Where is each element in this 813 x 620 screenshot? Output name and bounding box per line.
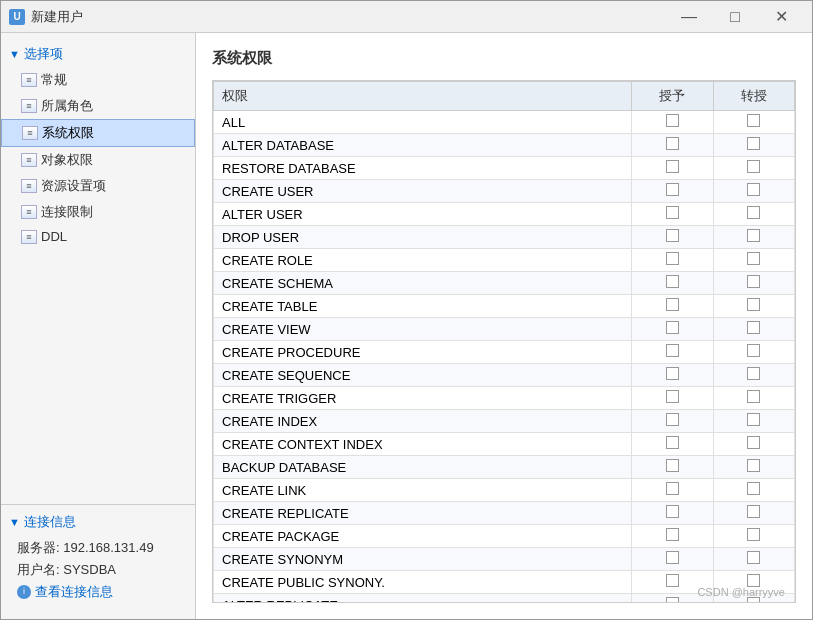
- table-row[interactable]: ALL: [214, 111, 795, 134]
- transfer-checkbox-cell[interactable]: [713, 548, 794, 571]
- grant-checkbox-cell[interactable]: [632, 272, 713, 295]
- grant-checkbox-cell[interactable]: [632, 548, 713, 571]
- transfer-checkbox[interactable]: [747, 367, 760, 380]
- grant-checkbox-cell[interactable]: [632, 387, 713, 410]
- grant-checkbox-cell[interactable]: [632, 226, 713, 249]
- transfer-checkbox[interactable]: [747, 137, 760, 150]
- transfer-checkbox-cell[interactable]: [713, 180, 794, 203]
- grant-checkbox[interactable]: [666, 183, 679, 196]
- transfer-checkbox-cell[interactable]: [713, 479, 794, 502]
- grant-checkbox[interactable]: [666, 229, 679, 242]
- transfer-checkbox[interactable]: [747, 275, 760, 288]
- table-row[interactable]: BACKUP DATABASE: [214, 456, 795, 479]
- table-row[interactable]: CREATE ROLE: [214, 249, 795, 272]
- grant-checkbox-cell[interactable]: [632, 134, 713, 157]
- grant-checkbox[interactable]: [666, 413, 679, 426]
- grant-checkbox[interactable]: [666, 298, 679, 311]
- grant-checkbox[interactable]: [666, 344, 679, 357]
- grant-checkbox-cell[interactable]: [632, 433, 713, 456]
- grant-checkbox[interactable]: [666, 252, 679, 265]
- sidebar-item-resource[interactable]: ≡资源设置项: [1, 173, 195, 199]
- grant-checkbox[interactable]: [666, 551, 679, 564]
- grant-checkbox-cell[interactable]: [632, 594, 713, 604]
- transfer-checkbox-cell[interactable]: [713, 249, 794, 272]
- transfer-checkbox[interactable]: [747, 206, 760, 219]
- transfer-checkbox[interactable]: [747, 344, 760, 357]
- connection-header[interactable]: ▼ 连接信息: [9, 513, 187, 531]
- table-row[interactable]: DROP USER: [214, 226, 795, 249]
- transfer-checkbox[interactable]: [747, 390, 760, 403]
- table-row[interactable]: CREATE USER: [214, 180, 795, 203]
- transfer-checkbox-cell[interactable]: [713, 111, 794, 134]
- grant-checkbox[interactable]: [666, 114, 679, 127]
- sidebar-item-obj_priv[interactable]: ≡对象权限: [1, 147, 195, 173]
- select-section-header[interactable]: ▼ 选择项: [1, 41, 195, 67]
- privileges-table-container[interactable]: 权限 授予 转授 ALLALTER DATABASERESTORE DATABA…: [212, 80, 796, 603]
- grant-checkbox-cell[interactable]: [632, 525, 713, 548]
- transfer-checkbox-cell[interactable]: [713, 203, 794, 226]
- transfer-checkbox[interactable]: [747, 252, 760, 265]
- transfer-checkbox-cell[interactable]: [713, 387, 794, 410]
- grant-checkbox[interactable]: [666, 321, 679, 334]
- transfer-checkbox[interactable]: [747, 183, 760, 196]
- transfer-checkbox-cell[interactable]: [713, 433, 794, 456]
- transfer-checkbox-cell[interactable]: [713, 272, 794, 295]
- grant-checkbox[interactable]: [666, 459, 679, 472]
- grant-checkbox-cell[interactable]: [632, 364, 713, 387]
- transfer-checkbox[interactable]: [747, 528, 760, 541]
- transfer-checkbox-cell[interactable]: [713, 456, 794, 479]
- grant-checkbox-cell[interactable]: [632, 502, 713, 525]
- grant-checkbox-cell[interactable]: [632, 341, 713, 364]
- table-row[interactable]: CREATE CONTEXT INDEX: [214, 433, 795, 456]
- table-row[interactable]: CREATE TABLE: [214, 295, 795, 318]
- grant-checkbox[interactable]: [666, 206, 679, 219]
- transfer-checkbox[interactable]: [747, 574, 760, 587]
- table-row[interactable]: ALTER DATABASE: [214, 134, 795, 157]
- table-row[interactable]: CREATE PROCEDURE: [214, 341, 795, 364]
- grant-checkbox[interactable]: [666, 482, 679, 495]
- grant-checkbox[interactable]: [666, 160, 679, 173]
- transfer-checkbox[interactable]: [747, 459, 760, 472]
- grant-checkbox[interactable]: [666, 436, 679, 449]
- sidebar-item-roles[interactable]: ≡所属角色: [1, 93, 195, 119]
- transfer-checkbox-cell[interactable]: [713, 157, 794, 180]
- transfer-checkbox[interactable]: [747, 298, 760, 311]
- transfer-checkbox[interactable]: [747, 505, 760, 518]
- transfer-checkbox[interactable]: [747, 114, 760, 127]
- table-row[interactable]: ALTER USER: [214, 203, 795, 226]
- transfer-checkbox[interactable]: [747, 436, 760, 449]
- table-row[interactable]: RESTORE DATABASE: [214, 157, 795, 180]
- table-row[interactable]: CREATE INDEX: [214, 410, 795, 433]
- grant-checkbox-cell[interactable]: [632, 249, 713, 272]
- table-row[interactable]: CREATE REPLICATE: [214, 502, 795, 525]
- grant-checkbox[interactable]: [666, 505, 679, 518]
- grant-checkbox-cell[interactable]: [632, 180, 713, 203]
- table-row[interactable]: CREATE LINK: [214, 479, 795, 502]
- grant-checkbox-cell[interactable]: [632, 479, 713, 502]
- grant-checkbox-cell[interactable]: [632, 157, 713, 180]
- transfer-checkbox-cell[interactable]: [713, 525, 794, 548]
- transfer-checkbox[interactable]: [747, 413, 760, 426]
- grant-checkbox[interactable]: [666, 367, 679, 380]
- transfer-checkbox[interactable]: [747, 160, 760, 173]
- transfer-checkbox-cell[interactable]: [713, 571, 794, 594]
- table-row[interactable]: ALTER REPLICATE: [214, 594, 795, 604]
- sidebar-item-ddl[interactable]: ≡DDL: [1, 225, 195, 248]
- grant-checkbox-cell[interactable]: [632, 571, 713, 594]
- table-row[interactable]: CREATE VIEW: [214, 318, 795, 341]
- close-button[interactable]: ✕: [758, 1, 804, 33]
- transfer-checkbox[interactable]: [747, 482, 760, 495]
- table-row[interactable]: CREATE SCHEMA: [214, 272, 795, 295]
- transfer-checkbox-cell[interactable]: [713, 134, 794, 157]
- transfer-checkbox-cell[interactable]: [713, 364, 794, 387]
- table-row[interactable]: CREATE PUBLIC SYNONY.: [214, 571, 795, 594]
- grant-checkbox-cell[interactable]: [632, 410, 713, 433]
- table-row[interactable]: CREATE SYNONYM: [214, 548, 795, 571]
- transfer-checkbox-cell[interactable]: [713, 226, 794, 249]
- transfer-checkbox[interactable]: [747, 551, 760, 564]
- transfer-checkbox-cell[interactable]: [713, 318, 794, 341]
- transfer-checkbox-cell[interactable]: [713, 295, 794, 318]
- grant-checkbox-cell[interactable]: [632, 456, 713, 479]
- grant-checkbox[interactable]: [666, 390, 679, 403]
- grant-checkbox[interactable]: [666, 528, 679, 541]
